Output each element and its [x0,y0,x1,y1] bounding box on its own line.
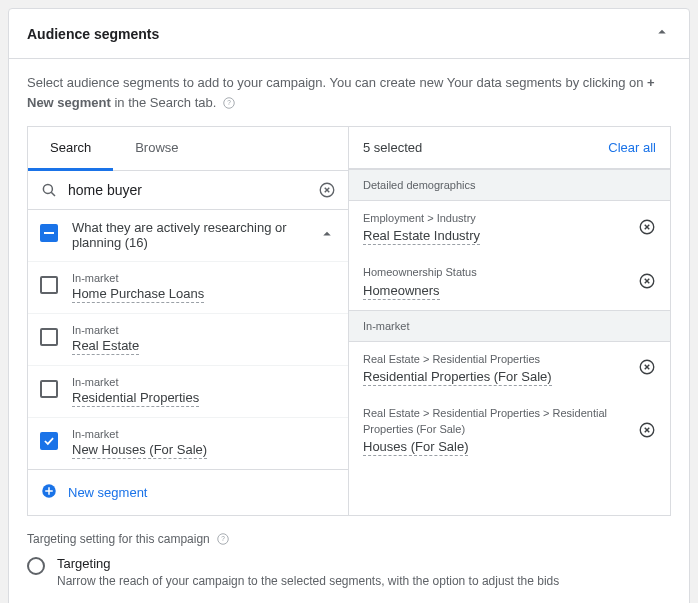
tabs: Search Browse [28,127,348,171]
list-item[interactable]: In-market Residential Properties [28,366,348,418]
segment-panels: Search Browse What they are actively res… [27,126,671,516]
list-item[interactable]: In-market New Houses (For Sale) [28,418,348,469]
search-input[interactable] [68,182,308,198]
svg-line-3 [51,192,55,196]
selected-count: 5 selected [363,140,422,155]
radio-row-targeting[interactable]: Targeting Narrow the reach of your campa… [27,556,671,588]
selected-item: Employment > Industry Real Estate Indust… [349,201,670,255]
section-header[interactable]: Audience segments [9,9,689,59]
category-label: What they are actively researching or pl… [72,220,304,251]
section-title: Audience segments [27,26,159,42]
help-icon[interactable]: ? [216,532,230,546]
checkbox[interactable] [40,380,58,398]
selected-header: 5 selected Clear all [349,127,670,169]
svg-text:?: ? [227,99,231,106]
audience-segments-card: Audience segments Select audience segmen… [8,8,690,603]
selected-panel: 5 selected Clear all Detailed demographi… [349,127,670,515]
remove-icon[interactable] [638,272,656,293]
svg-point-2 [43,184,52,193]
search-row [28,171,348,210]
section-description: Select audience segments to add to your … [9,59,689,126]
section-demographics: Detailed demographics [349,169,670,201]
chevron-up-icon[interactable] [318,225,336,246]
category-row[interactable]: What they are actively researching or pl… [28,210,348,262]
remove-icon[interactable] [638,358,656,379]
help-icon[interactable]: ? [222,96,236,110]
tab-search[interactable]: Search [28,127,113,171]
section-inmarket: In-market [349,310,670,342]
checkbox[interactable] [40,328,58,346]
remove-icon[interactable] [638,218,656,239]
new-segment-button[interactable]: New segment [28,469,348,515]
tab-browse[interactable]: Browse [113,127,200,170]
list-item[interactable]: In-market Home Purchase Loans [28,262,348,314]
svg-text:?: ? [221,535,225,542]
checkbox-checked[interactable] [40,432,58,450]
radio-targeting[interactable] [27,557,45,575]
selected-item: Real Estate > Residential Properties > R… [349,396,670,466]
selected-item: Real Estate > Residential Properties Res… [349,342,670,396]
selected-item: Homeownership Status Homeowners [349,255,670,309]
search-icon [40,181,58,199]
list-item[interactable]: In-market Real Estate [28,314,348,366]
checkbox[interactable] [40,276,58,294]
clear-all-button[interactable]: Clear all [608,140,656,155]
chevron-up-icon[interactable] [653,23,671,44]
plus-circle-icon [40,482,58,503]
targeting-label: Targeting setting for this campaign ? [27,532,671,546]
results-list: What they are actively researching or pl… [28,210,348,469]
search-panel: Search Browse What they are actively res… [28,127,349,515]
checkbox-indeterminate[interactable] [40,224,58,242]
targeting-settings: Targeting setting for this campaign ? Ta… [9,516,689,603]
remove-icon[interactable] [638,421,656,442]
clear-input-icon[interactable] [318,181,336,199]
